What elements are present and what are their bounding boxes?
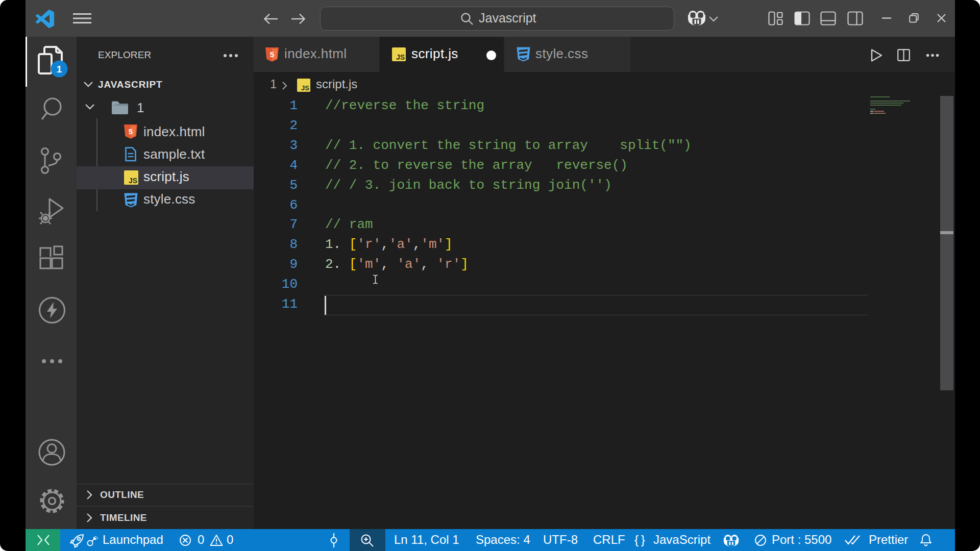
svg-text:5: 5 — [129, 127, 133, 136]
svg-text:1: 1 — [57, 64, 62, 74]
svg-text:5: 5 — [270, 50, 274, 59]
